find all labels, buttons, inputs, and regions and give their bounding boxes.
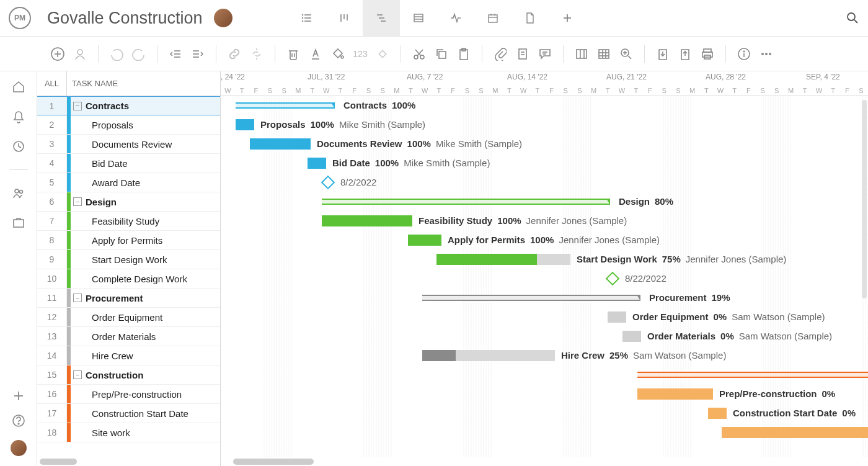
milestone-icon[interactable] (321, 176, 335, 190)
delete-icon[interactable] (283, 43, 304, 65)
cut-icon[interactable] (409, 43, 430, 65)
notifications-icon[interactable] (12, 110, 25, 123)
view-gantt-icon[interactable] (363, 0, 400, 36)
task-row[interactable]: 12Order Equipment (37, 308, 220, 327)
task-row[interactable]: 9Start Design Work (37, 250, 220, 269)
task-row[interactable]: 16Prep/Pre-construction (37, 385, 220, 404)
summary-bar[interactable] (637, 372, 868, 378)
columns-icon[interactable] (571, 43, 592, 65)
task-bar[interactable] (322, 215, 412, 226)
projects-icon[interactable] (12, 216, 25, 228)
gantt-hscroll[interactable] (221, 457, 868, 466)
more-icon[interactable] (756, 43, 777, 65)
unlink-icon[interactable] (246, 43, 267, 65)
info-icon[interactable] (733, 43, 755, 65)
team-icon[interactable] (12, 186, 25, 200)
task-name: Order Materials (71, 331, 156, 342)
col-task-name[interactable]: TASK NAME (67, 71, 220, 96)
copy-icon[interactable] (431, 43, 452, 65)
milestone-icon[interactable] (372, 43, 393, 65)
indent-icon[interactable] (187, 43, 208, 65)
task-row[interactable]: 3Documents Review (37, 135, 220, 154)
view-calendar-icon[interactable] (474, 0, 512, 36)
view-board-icon[interactable] (326, 0, 363, 36)
task-bar[interactable] (236, 119, 254, 130)
task-row[interactable]: 1−Contracts (37, 96, 220, 115)
recent-icon[interactable] (12, 140, 25, 153)
day-label: T (334, 87, 348, 94)
task-row[interactable]: 6−Design (37, 192, 220, 212)
task-grid: ALL TASK NAME 1−Contracts2Proposals3Docu… (37, 71, 221, 466)
task-bar[interactable] (637, 388, 713, 400)
app-logo[interactable]: PM (9, 7, 31, 29)
outdent-icon[interactable] (165, 43, 186, 65)
gantt-body[interactable]: Contracts100%Proposals100%Mike Smith (Sa… (221, 96, 868, 457)
task-row[interactable]: 18Site work (37, 423, 220, 442)
add-task-icon[interactable] (47, 43, 68, 65)
milestone-icon[interactable] (606, 272, 620, 286)
summary-bar[interactable] (422, 295, 640, 301)
task-bar[interactable] (422, 350, 555, 361)
view-sheet-icon[interactable] (400, 0, 437, 36)
percent-complete-icon[interactable]: 123 (350, 43, 371, 65)
collapse-toggle[interactable]: − (73, 370, 82, 379)
home-icon[interactable] (12, 80, 25, 94)
gantt-row: Contracts100% (221, 96, 868, 115)
zoom-icon[interactable] (616, 43, 637, 65)
add-view-icon[interactable] (549, 0, 586, 36)
redo-icon[interactable] (128, 43, 149, 65)
import-icon[interactable] (652, 43, 673, 65)
search-icon[interactable] (846, 11, 859, 25)
task-row[interactable]: 15−Construction (37, 365, 220, 385)
task-row[interactable]: 17Construction Start Date (37, 404, 220, 423)
notes-icon[interactable] (512, 43, 533, 65)
task-row[interactable]: 11−Procurement (37, 289, 220, 308)
view-activity-icon[interactable] (437, 0, 474, 36)
link-icon[interactable] (224, 43, 245, 65)
user-avatar[interactable] (11, 440, 27, 456)
task-row[interactable]: 2Proposals (37, 115, 220, 135)
comment-icon[interactable] (534, 43, 556, 65)
view-list-icon[interactable] (288, 0, 326, 36)
task-row[interactable]: 8Apply for Permits (37, 231, 220, 250)
task-bar[interactable] (408, 235, 441, 246)
print-icon[interactable] (697, 43, 718, 65)
fill-color-icon[interactable] (327, 43, 348, 65)
attach-icon[interactable] (490, 43, 511, 65)
collapse-toggle[interactable]: − (73, 293, 82, 302)
task-row[interactable]: 7Feasibility Study (37, 212, 220, 231)
grid-hscroll[interactable] (37, 457, 220, 466)
summary-bar[interactable] (236, 102, 335, 109)
task-bar[interactable] (436, 254, 570, 265)
table-icon[interactable] (593, 43, 614, 65)
export-icon[interactable] (675, 43, 696, 65)
view-file-icon[interactable] (512, 0, 549, 36)
task-bar[interactable] (608, 311, 626, 323)
add-icon[interactable] (13, 390, 24, 401)
task-bar[interactable] (708, 408, 727, 419)
collapse-toggle[interactable]: − (73, 197, 82, 206)
task-bar[interactable] (722, 427, 868, 438)
task-row[interactable]: 13Order Materials (37, 327, 220, 346)
day-label: W (714, 87, 728, 94)
collapse-toggle[interactable]: − (73, 102, 82, 110)
task-row[interactable]: 10Complete Design Work (37, 269, 220, 289)
gantt-vscroll[interactable] (862, 100, 867, 298)
gantt-chart[interactable]: WTFSSMTWTFSSMTWTFSSMTWTFSSMTWTFSSMTWTFSS… (221, 71, 868, 466)
task-bar[interactable] (250, 138, 311, 150)
col-all[interactable]: ALL (37, 71, 67, 96)
timeline-header: WTFSSMTWTFSSMTWTFSSMTWTFSSMTWTFSSMTWTFSS… (221, 71, 868, 96)
task-row[interactable]: 14Hire Crew (37, 346, 220, 365)
paste-icon[interactable] (453, 43, 474, 65)
summary-bar[interactable] (322, 199, 610, 205)
task-row[interactable]: 5Award Date (37, 173, 220, 192)
task-bar[interactable] (622, 331, 641, 342)
undo-icon[interactable] (106, 43, 127, 65)
task-bar[interactable] (308, 158, 326, 169)
text-color-icon[interactable] (305, 43, 326, 65)
assign-icon[interactable] (69, 43, 91, 65)
task-row[interactable]: 4Bid Date (37, 154, 220, 173)
day-label: S (263, 87, 277, 94)
help-icon[interactable] (12, 414, 25, 428)
project-avatar[interactable] (214, 9, 232, 27)
